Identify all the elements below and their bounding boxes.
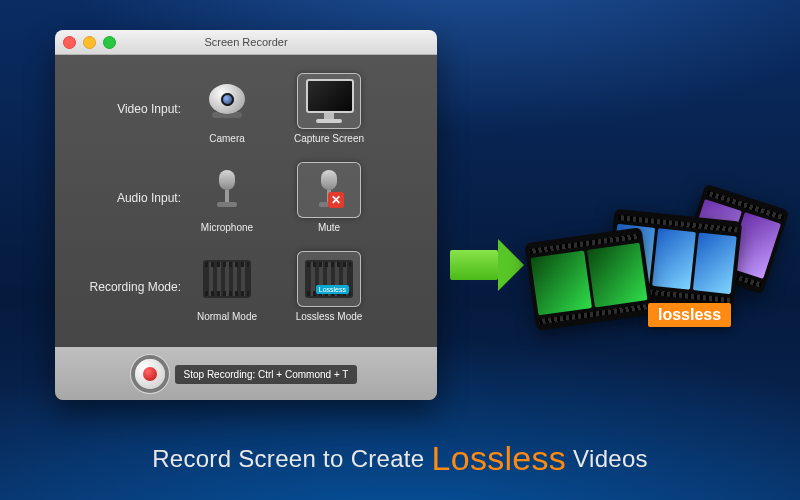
option-mute-label: Mute [318,222,340,233]
tagline-pre: Record Screen to Create [152,445,431,472]
option-lossless-label: Lossless Mode [296,311,363,322]
arrow-icon [450,250,498,280]
app-window: Screen Recorder Video Input: Camera Capt… [55,30,437,400]
option-camera-label: Camera [209,133,245,144]
lossless-badge: Lossless [316,285,349,294]
option-mute[interactable]: ✕ Mute [289,162,369,233]
option-capture-label: Capture Screen [294,133,364,144]
film-strip-1 [524,227,653,331]
app-body: Video Input: Camera Capture Screen Audio… [55,55,437,400]
option-capture-screen[interactable]: Capture Screen [289,73,369,144]
row-audio-input: Audio Input: Microphone ✕ Mute [75,162,417,233]
films-illustration: lossless [530,185,790,355]
option-normal-label: Normal Mode [197,311,257,322]
option-camera[interactable]: Camera [187,73,267,144]
label-video-input: Video Input: [75,102,187,116]
stop-recording-hint: Stop Recording: Ctrl + Commond + T [175,365,358,384]
microphone-icon [214,170,240,210]
record-dot-icon [143,367,157,381]
camera-icon [209,84,245,118]
film-reel-lossless-icon: Lossless [305,260,353,298]
promo-stage: Screen Recorder Video Input: Camera Capt… [0,0,800,500]
option-microphone[interactable]: Microphone [187,162,267,233]
tagline-highlight: Lossless [431,439,566,477]
footer-bar: Stop Recording: Ctrl + Commond + T [55,347,437,400]
tagline: Record Screen to Create Lossless Videos [0,439,800,478]
option-normal-mode[interactable]: Normal Mode [187,251,267,322]
microphone-mute-icon: ✕ [316,170,342,210]
tagline-post: Videos [566,445,648,472]
label-audio-input: Audio Input: [75,191,187,205]
titlebar: Screen Recorder [55,30,437,55]
row-recording-mode: Recording Mode: Normal Mode Lossless Los… [75,251,417,322]
window-title: Screen Recorder [55,36,437,48]
label-recording-mode: Recording Mode: [75,280,187,294]
film-reel-icon [203,260,251,298]
films-lossless-tag: lossless [648,303,731,327]
record-button[interactable] [135,359,165,389]
mute-x-icon: ✕ [328,192,344,208]
monitor-icon [306,79,352,123]
option-lossless-mode[interactable]: Lossless Lossless Mode [289,251,369,322]
option-mic-label: Microphone [201,222,253,233]
row-video-input: Video Input: Camera Capture Screen [75,73,417,144]
